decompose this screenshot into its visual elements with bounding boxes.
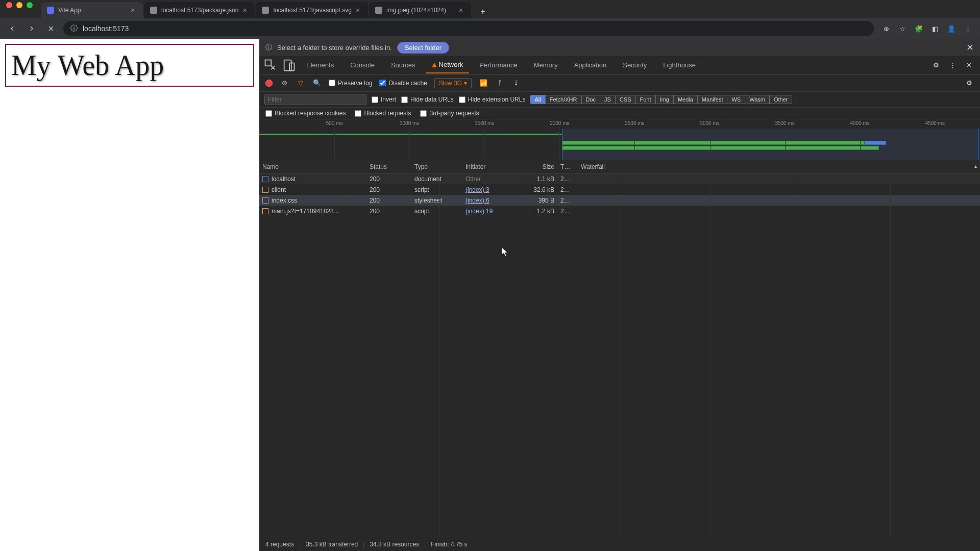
throttling-select[interactable]: Slow 3G▾ — [434, 78, 472, 88]
type-filter-js[interactable]: JS — [600, 95, 616, 104]
devtools-tab-elements[interactable]: Elements — [300, 57, 340, 73]
initiator-link[interactable]: (index):3 — [465, 186, 489, 193]
browser-tab[interactable]: Vite App× — [41, 2, 143, 18]
bookmark-icon[interactable]: ☆ — [895, 21, 910, 36]
export-har-icon[interactable]: ⭱ — [495, 79, 504, 88]
col-size[interactable]: Size — [522, 163, 557, 170]
tab-close-icon[interactable]: × — [131, 6, 137, 14]
filter-input[interactable] — [264, 94, 366, 105]
import-har-icon[interactable]: ⭳ — [511, 79, 521, 88]
col-name[interactable]: Name — [259, 163, 366, 170]
time-cell: 2… — [557, 197, 578, 204]
maximize-window-icon[interactable] — [27, 2, 33, 8]
network-toolbar: ⊘ ▽ 🔍 Preserve log Disable cache Slow 3G… — [259, 74, 980, 92]
network-settings-icon[interactable]: ⚙ — [965, 79, 974, 88]
col-initiator[interactable]: Initiator — [462, 163, 522, 170]
type-filter-img[interactable]: Img — [655, 95, 674, 104]
devtools-settings-icon[interactable]: ⚙ — [929, 58, 943, 72]
devtools-tab-sources[interactable]: Sources — [385, 57, 422, 73]
type-filter-ws[interactable]: WS — [727, 95, 745, 104]
extensions-icon[interactable]: 🧩 — [912, 21, 926, 36]
forward-button[interactable] — [24, 21, 39, 36]
devtools-more-icon[interactable]: ⋮ — [945, 58, 960, 72]
browser-tab[interactable]: localhost:5173/javascript.svg× — [256, 2, 368, 18]
network-overview-timeline[interactable]: 500 ms1000 ms1500 ms2000 ms2500 ms3000 m… — [259, 119, 980, 160]
browser-tab[interactable]: localhost:5173/package.json× — [144, 2, 255, 18]
device-toolbar-icon[interactable] — [282, 58, 296, 72]
browser-menu-icon[interactable]: ⋮ — [961, 21, 975, 36]
tab-favicon-icon — [150, 7, 157, 14]
browser-tab[interactable]: img.jpeg (1024×1024)× — [369, 2, 471, 18]
type-filter-other[interactable]: Other — [769, 95, 793, 104]
hide-extension-urls-checkbox[interactable]: Hide extension URLs — [459, 96, 526, 103]
url-text: localhost:5173 — [83, 24, 129, 33]
disable-cache-checkbox[interactable]: Disable cache — [379, 80, 427, 87]
request-name: localhost — [272, 176, 296, 183]
file-icon — [262, 176, 268, 182]
file-icon — [262, 187, 268, 193]
preserve-log-checkbox[interactable]: Preserve log — [329, 80, 372, 87]
network-conditions-icon[interactable]: 📶 — [479, 79, 488, 88]
file-icon — [262, 197, 268, 204]
type-filter-doc[interactable]: Doc — [581, 95, 601, 104]
info-icon: ⓘ — [265, 43, 272, 52]
tab-close-icon[interactable]: × — [459, 6, 465, 14]
type-filter-css[interactable]: CSS — [615, 95, 636, 104]
dismiss-infobar-button[interactable]: ✕ — [966, 42, 974, 53]
time-cell: 2… — [557, 176, 578, 183]
devtools-tab-application[interactable]: Application — [568, 57, 613, 73]
url-bar[interactable]: ⓘ localhost:5173 — [63, 21, 874, 36]
devtools-close-icon[interactable]: ✕ — [962, 58, 976, 72]
devtools-tab-security[interactable]: Security — [617, 57, 653, 73]
type-filter-all[interactable]: All — [530, 95, 545, 104]
back-button[interactable] — [5, 21, 19, 36]
devtools-tab-network[interactable]: Network — [426, 57, 470, 73]
devtools-tab-console[interactable]: Console — [344, 57, 381, 73]
minimize-window-icon[interactable] — [16, 2, 22, 8]
timeline-tick: 3500 ms — [775, 120, 794, 126]
initiator-link[interactable]: (index):6 — [465, 197, 489, 204]
record-button[interactable] — [265, 80, 273, 87]
devtools-tabstrip: ElementsConsoleSourcesNetworkPerformance… — [259, 56, 980, 74]
table-header[interactable]: Name Status Type Initiator Size T… Water… — [259, 160, 980, 173]
timeline-tick: 1500 ms — [475, 120, 494, 126]
hide-data-urls-checkbox[interactable]: Hide data URLs — [401, 96, 454, 103]
inspect-element-icon[interactable] — [263, 58, 278, 72]
blocked-requests-checkbox[interactable]: Blocked requests — [355, 110, 411, 117]
filter-toggle-icon[interactable]: ▽ — [296, 79, 305, 88]
type-filter-manifest[interactable]: Manifest — [697, 95, 728, 104]
request-name: main.js?t=1710941828… — [272, 208, 340, 215]
invert-checkbox[interactable]: Invert — [372, 96, 396, 103]
tab-close-icon[interactable]: × — [356, 6, 362, 14]
new-tab-button[interactable]: + — [476, 5, 489, 18]
col-type[interactable]: Type — [411, 163, 462, 170]
blocked-cookies-checkbox[interactable]: Blocked response cookies — [265, 110, 346, 117]
tab-close-icon[interactable]: × — [242, 6, 249, 14]
search-icon[interactable]: 🔍 — [312, 79, 322, 88]
reload-button[interactable] — [44, 21, 58, 36]
col-waterfall[interactable]: Waterfall▴ — [578, 163, 980, 170]
sidepanel-icon[interactable]: ◧ — [928, 21, 942, 36]
profile-icon[interactable]: 👤 — [944, 21, 959, 36]
warning-icon — [432, 63, 437, 67]
type-filter-font[interactable]: Font — [635, 95, 656, 104]
col-status[interactable]: Status — [366, 163, 411, 170]
select-folder-button[interactable]: Select folder — [397, 42, 449, 54]
devtools-tab-lighthouse[interactable]: Lighthouse — [657, 57, 702, 73]
devtools-tab-memory[interactable]: Memory — [528, 57, 564, 73]
filter-bar-2: Blocked response cookies Blocked request… — [259, 108, 980, 119]
svg-rect-1 — [284, 60, 291, 70]
third-party-checkbox[interactable]: 3rd-party requests — [420, 110, 479, 117]
type-filter-fetchxhr[interactable]: Fetch/XHR — [545, 95, 582, 104]
site-info-icon[interactable]: ⓘ — [70, 24, 78, 33]
clear-button[interactable]: ⊘ — [280, 79, 289, 88]
close-window-icon[interactable] — [6, 2, 12, 8]
devtools-tab-performance[interactable]: Performance — [473, 57, 523, 73]
page-title: My Web App — [11, 49, 248, 82]
type-filter-media[interactable]: Media — [673, 95, 698, 104]
type-filter-wasm[interactable]: Wasm — [745, 95, 770, 104]
col-time[interactable]: T… — [557, 163, 578, 170]
initiator-link[interactable]: (index):19 — [465, 208, 493, 215]
zoom-icon[interactable]: ⊕ — [879, 21, 893, 36]
status-resources: 34.3 kB resources — [370, 541, 419, 548]
